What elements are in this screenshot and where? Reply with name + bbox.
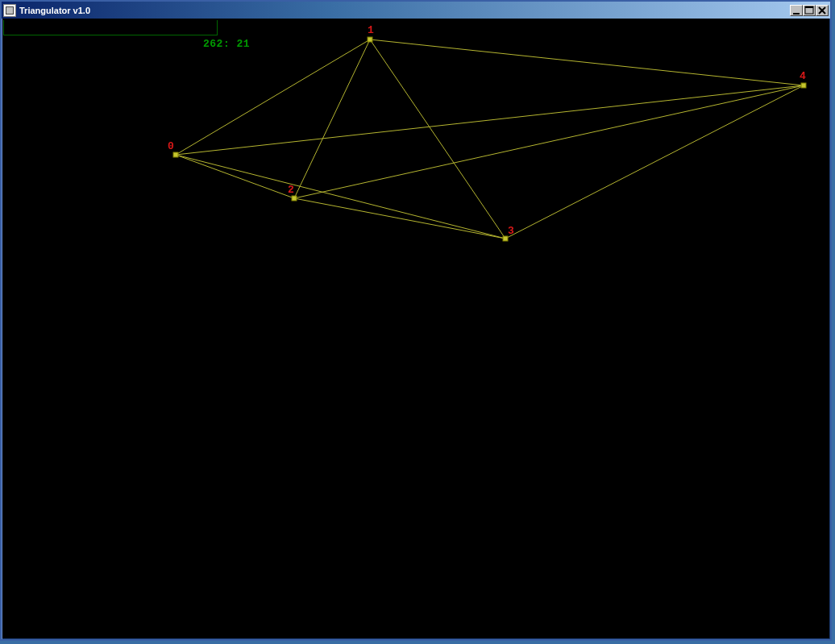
app-window: Triangulator v1.0 262: (0, 0, 832, 641)
canvas-area[interactable]: 262: 21 01234 (3, 20, 829, 638)
svg-rect-0 (793, 13, 800, 15)
edge (294, 85, 804, 198)
window-buttons (790, 5, 829, 16)
vertex-label: 4 (800, 70, 806, 82)
edge (294, 198, 505, 239)
svg-rect-2 (805, 6, 813, 8)
maximize-icon (804, 6, 815, 15)
vertex-handle[interactable] (368, 37, 372, 42)
minimize-button[interactable] (790, 5, 803, 16)
vertex-label: 0 (168, 140, 174, 152)
minimize-icon (791, 6, 802, 15)
edge (176, 85, 804, 155)
edge (294, 39, 370, 198)
vertex-label: 2 (288, 184, 294, 196)
graph-canvas[interactable]: 01234 (3, 20, 829, 638)
vertex-handle[interactable] (801, 83, 806, 88)
window-title: Triangulator v1.0 (19, 6, 790, 15)
vertex-handle[interactable] (173, 152, 178, 157)
edge (176, 39, 370, 155)
edge (370, 39, 804, 85)
close-button[interactable] (816, 5, 829, 16)
edge (176, 155, 294, 198)
vertex-label: 1 (368, 24, 374, 36)
edge (370, 39, 505, 239)
titlebar[interactable]: Triangulator v1.0 (2, 2, 830, 19)
vertex-handle[interactable] (292, 196, 297, 201)
edge (176, 155, 505, 239)
close-icon (816, 6, 828, 15)
maximize-button[interactable] (803, 5, 816, 16)
app-icon (3, 4, 16, 17)
edge (505, 85, 804, 239)
vertex-label: 3 (508, 225, 514, 237)
